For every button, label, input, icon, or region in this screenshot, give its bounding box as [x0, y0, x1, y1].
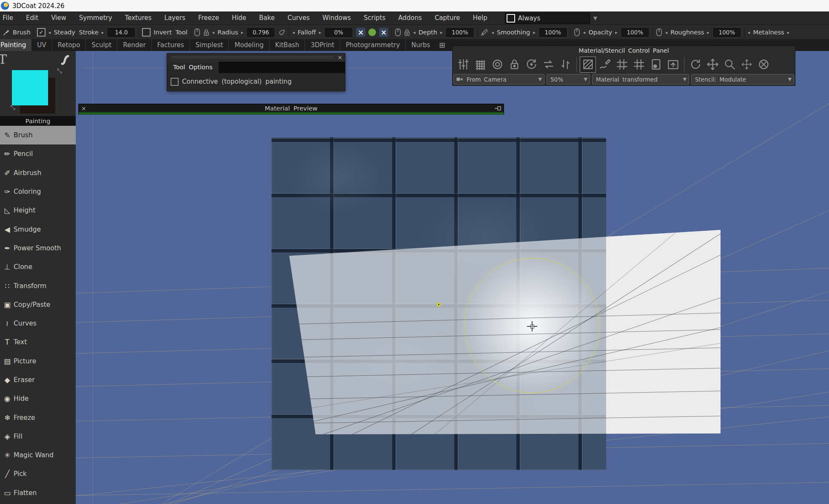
- import-folder-icon[interactable]: [665, 57, 681, 73]
- dropdown-from-camera[interactable]: From Camera▼: [453, 74, 544, 85]
- sidebar-item-smudge[interactable]: ◀Smudge: [0, 220, 76, 238]
- menu-textures[interactable]: Textures: [119, 11, 158, 25]
- smoothing-value[interactable]: 100%: [538, 27, 567, 38]
- lock-icon[interactable]: [404, 29, 410, 36]
- dropdown-50-[interactable]: 50%▼: [547, 74, 590, 85]
- sidebar-item-picture[interactable]: ▤Picture: [0, 352, 76, 371]
- primary-color-swatch[interactable]: [12, 70, 48, 105]
- sidebar-item-freeze[interactable]: ❄Freeze: [0, 408, 76, 427]
- swap-horizontal-icon[interactable]: [540, 57, 556, 73]
- swap-colors-icon[interactable]: ⤡: [10, 104, 15, 111]
- sidebar-item-fill[interactable]: ◈Fill: [0, 427, 76, 446]
- tab-sculpt[interactable]: Sculpt: [85, 39, 117, 51]
- menu-curves[interactable]: Curves: [281, 11, 316, 25]
- spinner-left-icon[interactable]: ◂: [212, 30, 215, 35]
- spinner-left-icon[interactable]: ◂: [583, 30, 586, 35]
- sidebar-item-airbrush[interactable]: ✐Airbrush: [0, 164, 76, 182]
- falloff-smooth-button[interactable]: [368, 28, 376, 36]
- smoothing-label[interactable]: Smoothing: [497, 29, 530, 36]
- always-dropdown[interactable]: Always: [505, 13, 590, 24]
- steady-stroke-value[interactable]: 14.0: [107, 27, 136, 38]
- sidebar-item-height[interactable]: ◺Height: [0, 201, 76, 220]
- spinner-left-icon[interactable]: ◂: [292, 30, 295, 35]
- connective-painting-checkbox[interactable]: [171, 78, 179, 86]
- spinner-right-icon[interactable]: ▸: [102, 30, 104, 35]
- tab-photogrammetry[interactable]: Photogrammetry: [340, 39, 405, 51]
- material-preview-titlebar[interactable]: × Material Preview: [78, 104, 504, 115]
- sidebar-item-magic-wand[interactable]: ✳Magic Wand: [0, 446, 76, 464]
- move-icon[interactable]: [704, 57, 721, 73]
- sidebar-item-clone[interactable]: ⊥Clone: [0, 258, 76, 276]
- dropdown-material-transformed[interactable]: Material transformed▼: [592, 74, 689, 85]
- opacity-value[interactable]: 100%: [621, 27, 650, 38]
- spinner-right-icon[interactable]: ▸: [533, 30, 536, 35]
- menu-edit[interactable]: Edit: [20, 11, 45, 25]
- falloff-value[interactable]: 0%: [324, 27, 353, 38]
- menu-symmetry[interactable]: Symmetry: [73, 11, 119, 25]
- menu-bake[interactable]: Bake: [253, 11, 281, 25]
- lock-icon[interactable]: [506, 57, 522, 73]
- falloff-off-left-button[interactable]: ×: [356, 28, 365, 37]
- adjust-sliders-icon[interactable]: [455, 57, 471, 73]
- tab-uv[interactable]: UV: [31, 39, 51, 51]
- invert-tool-checkbox[interactable]: [142, 28, 151, 37]
- spinner-right-icon[interactable]: ▸: [787, 30, 790, 35]
- always-checkbox[interactable]: [507, 14, 515, 23]
- menu-help[interactable]: Help: [467, 11, 494, 25]
- spinner-right-icon[interactable]: ▸: [241, 30, 244, 35]
- depth-value[interactable]: 100%: [445, 27, 474, 38]
- disable-icon[interactable]: [755, 57, 772, 73]
- sidebar-item-transform[interactable]: ∷Transform: [0, 276, 76, 295]
- sidebar-item-coloring[interactable]: ✑Coloring: [0, 182, 76, 201]
- steady-stroke-label[interactable]: Steady Stroke: [54, 29, 98, 36]
- pressure-mode-control[interactable]: Always ▼: [505, 13, 597, 24]
- tab-factures[interactable]: Factures: [151, 39, 190, 51]
- draw-stroke-icon[interactable]: [597, 57, 613, 73]
- metalness-label[interactable]: Metalness: [753, 29, 784, 36]
- lock-icon[interactable]: [203, 29, 209, 36]
- close-icon[interactable]: ×: [337, 54, 342, 61]
- pin-icon[interactable]: [494, 106, 501, 110]
- sidebar-item-eraser[interactable]: ◆Eraser: [0, 371, 76, 389]
- spinner-left-icon[interactable]: ◂: [413, 30, 416, 35]
- falloff-label[interactable]: Falloff: [298, 29, 316, 36]
- menu-windows[interactable]: Windows: [316, 11, 357, 25]
- tab-retopo[interactable]: Retopo: [52, 39, 86, 51]
- sidebar-item-hide[interactable]: ◉Hide: [0, 389, 76, 408]
- invert-tool-label[interactable]: Invert Tool: [154, 29, 187, 36]
- warp-grid-icon[interactable]: [614, 57, 630, 73]
- roughness-label[interactable]: Roughness: [670, 29, 704, 36]
- sidebar-item-text[interactable]: TText: [0, 333, 76, 351]
- material-slot-icon[interactable]: [648, 57, 664, 73]
- spinner-left-icon[interactable]: ◂: [48, 30, 51, 35]
- tab-nurbs[interactable]: Nurbs: [405, 39, 436, 51]
- visibility-icon[interactable]: [489, 57, 505, 73]
- opacity-label[interactable]: Opacity: [588, 29, 612, 36]
- swap-colors-icon[interactable]: ⤡: [57, 67, 62, 75]
- close-icon[interactable]: ×: [81, 105, 86, 112]
- spinner-right-icon[interactable]: ▸: [707, 30, 709, 35]
- add-tab-icon[interactable]: ⊞: [436, 41, 448, 49]
- menu-addons[interactable]: Addons: [392, 11, 428, 25]
- tab-kitbash[interactable]: KitBash: [269, 39, 305, 51]
- menu-view[interactable]: View: [45, 11, 73, 25]
- spinner-left-icon[interactable]: ◂: [665, 30, 668, 35]
- menu-capture[interactable]: Capture: [428, 11, 467, 25]
- roughness-value[interactable]: 100%: [712, 27, 741, 38]
- radius-label[interactable]: Radius: [217, 29, 238, 36]
- sidebar-item-power-smooth[interactable]: ✒Power Smooth: [0, 239, 76, 258]
- tab-render[interactable]: Render: [117, 39, 151, 51]
- menu-freeze[interactable]: Freeze: [192, 11, 225, 25]
- tab-3dprint[interactable]: 3DPrint: [305, 39, 340, 51]
- reset-rotation-icon[interactable]: [523, 57, 539, 73]
- rotate-icon[interactable]: [687, 57, 704, 73]
- flat-grid-icon[interactable]: [631, 57, 647, 73]
- spinner-right-icon[interactable]: ▸: [615, 30, 618, 35]
- drag-grip-icon[interactable]: [171, 56, 334, 59]
- stencil-hatch-icon[interactable]: [580, 57, 596, 73]
- swap-vertical-icon[interactable]: [557, 57, 573, 73]
- zoom-icon[interactable]: [721, 57, 738, 73]
- sidebar-item-brush[interactable]: ✎Brush: [0, 126, 76, 144]
- menu-hide[interactable]: Hide: [225, 11, 253, 25]
- spinner-left-icon[interactable]: ◂: [491, 30, 494, 35]
